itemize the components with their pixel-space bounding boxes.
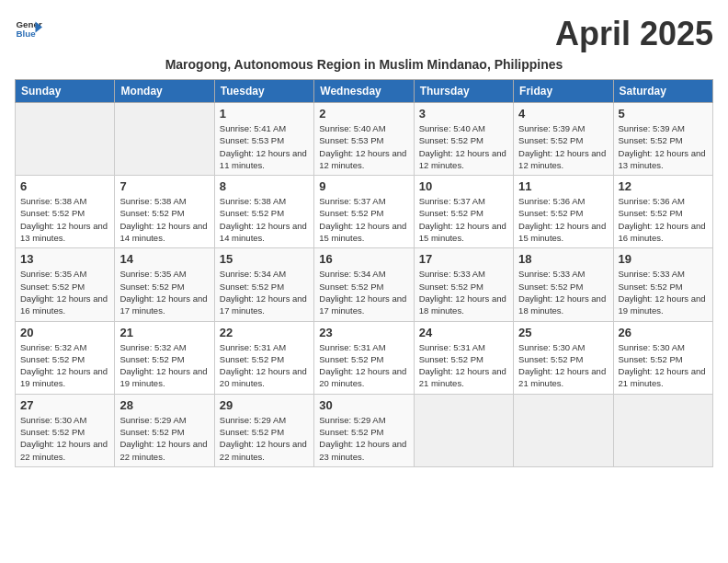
day-info: Sunrise: 5:31 AMSunset: 5:52 PMDaylight:… <box>419 341 508 390</box>
day-info: Sunrise: 5:32 AMSunset: 5:52 PMDaylight:… <box>20 341 109 390</box>
day-info: Sunrise: 5:29 AMSunset: 5:52 PMDaylight:… <box>119 414 209 463</box>
column-header-tuesday: Tuesday <box>214 80 313 103</box>
day-info: Sunrise: 5:31 AMSunset: 5:52 PMDaylight:… <box>220 341 309 390</box>
day-number: 4 <box>518 107 608 121</box>
logo-icon: General Blue <box>15 15 42 42</box>
page-header: General Blue April 2025 <box>15 15 713 53</box>
day-number: 24 <box>419 326 508 339</box>
day-number: 29 <box>220 398 309 412</box>
day-number: 30 <box>319 398 408 412</box>
day-info: Sunrise: 5:37 AMSunset: 5:52 PMDaylight:… <box>419 195 508 244</box>
calendar-cell <box>414 394 513 466</box>
day-info: Sunrise: 5:39 AMSunset: 5:52 PMDaylight:… <box>619 122 708 171</box>
calendar-cell: 1Sunrise: 5:41 AMSunset: 5:53 PMDaylight… <box>214 103 313 176</box>
column-header-sunday: Sunday <box>16 80 115 103</box>
calendar-cell <box>115 103 214 176</box>
day-number: 19 <box>619 252 708 266</box>
day-number: 20 <box>20 326 109 339</box>
day-info: Sunrise: 5:29 AMSunset: 5:52 PMDaylight:… <box>220 414 309 463</box>
day-info: Sunrise: 5:34 AMSunset: 5:52 PMDaylight:… <box>319 268 408 316</box>
calendar-cell <box>16 103 115 176</box>
day-number: 26 <box>619 326 708 339</box>
calendar-cell: 20Sunrise: 5:32 AMSunset: 5:52 PMDayligh… <box>16 321 115 394</box>
calendar-cell: 3Sunrise: 5:40 AMSunset: 5:52 PMDaylight… <box>414 103 513 176</box>
calendar-week-3: 13Sunrise: 5:35 AMSunset: 5:52 PMDayligh… <box>16 248 713 321</box>
day-number: 17 <box>419 252 508 266</box>
calendar-cell <box>613 394 712 466</box>
calendar-cell: 16Sunrise: 5:34 AMSunset: 5:52 PMDayligh… <box>314 248 414 321</box>
day-info: Sunrise: 5:40 AMSunset: 5:53 PMDaylight:… <box>319 122 408 171</box>
calendar-cell: 22Sunrise: 5:31 AMSunset: 5:52 PMDayligh… <box>214 321 313 394</box>
page-subtitle: Marogong, Autonomous Region in Muslim Mi… <box>15 57 713 72</box>
calendar-cell: 18Sunrise: 5:33 AMSunset: 5:52 PMDayligh… <box>514 248 613 321</box>
day-info: Sunrise: 5:32 AMSunset: 5:52 PMDaylight:… <box>119 341 209 390</box>
day-info: Sunrise: 5:35 AMSunset: 5:52 PMDaylight:… <box>20 268 109 316</box>
day-info: Sunrise: 5:30 AMSunset: 5:52 PMDaylight:… <box>518 341 608 390</box>
day-number: 27 <box>20 398 109 412</box>
calendar-cell: 30Sunrise: 5:29 AMSunset: 5:52 PMDayligh… <box>314 394 414 466</box>
calendar-cell: 2Sunrise: 5:40 AMSunset: 5:53 PMDaylight… <box>314 103 414 176</box>
day-number: 6 <box>20 179 109 193</box>
calendar-cell: 26Sunrise: 5:30 AMSunset: 5:52 PMDayligh… <box>613 321 712 394</box>
calendar-cell: 10Sunrise: 5:37 AMSunset: 5:52 PMDayligh… <box>414 176 513 248</box>
svg-text:Blue: Blue <box>17 29 37 39</box>
calendar-cell: 6Sunrise: 5:38 AMSunset: 5:52 PMDaylight… <box>16 176 115 248</box>
calendar-week-4: 20Sunrise: 5:32 AMSunset: 5:52 PMDayligh… <box>16 321 713 394</box>
day-info: Sunrise: 5:36 AMSunset: 5:52 PMDaylight:… <box>619 195 708 244</box>
calendar-cell: 12Sunrise: 5:36 AMSunset: 5:52 PMDayligh… <box>613 176 712 248</box>
day-number: 3 <box>419 107 508 121</box>
day-number: 18 <box>518 252 608 266</box>
page-title: April 2025 <box>555 15 713 53</box>
calendar-cell: 28Sunrise: 5:29 AMSunset: 5:52 PMDayligh… <box>115 394 214 466</box>
day-info: Sunrise: 5:35 AMSunset: 5:52 PMDaylight:… <box>119 268 209 316</box>
day-number: 28 <box>119 398 209 412</box>
day-info: Sunrise: 5:38 AMSunset: 5:52 PMDaylight:… <box>119 195 209 244</box>
day-number: 14 <box>119 252 209 266</box>
day-number: 13 <box>20 252 109 266</box>
day-number: 11 <box>518 179 608 193</box>
day-info: Sunrise: 5:34 AMSunset: 5:52 PMDaylight:… <box>220 268 309 316</box>
day-info: Sunrise: 5:39 AMSunset: 5:52 PMDaylight:… <box>518 122 608 171</box>
day-number: 5 <box>619 107 708 121</box>
day-info: Sunrise: 5:31 AMSunset: 5:52 PMDaylight:… <box>319 341 408 390</box>
calendar-cell <box>514 394 613 466</box>
calendar-cell: 13Sunrise: 5:35 AMSunset: 5:52 PMDayligh… <box>16 248 115 321</box>
calendar-cell: 5Sunrise: 5:39 AMSunset: 5:52 PMDaylight… <box>613 103 712 176</box>
column-header-saturday: Saturday <box>613 80 712 103</box>
day-number: 15 <box>220 252 309 266</box>
calendar-cell: 23Sunrise: 5:31 AMSunset: 5:52 PMDayligh… <box>314 321 414 394</box>
day-number: 2 <box>319 107 408 121</box>
day-number: 10 <box>419 179 508 193</box>
day-info: Sunrise: 5:33 AMSunset: 5:52 PMDaylight:… <box>419 268 508 316</box>
day-number: 12 <box>619 179 708 193</box>
day-number: 25 <box>518 326 608 339</box>
calendar-cell: 29Sunrise: 5:29 AMSunset: 5:52 PMDayligh… <box>214 394 313 466</box>
calendar-week-5: 27Sunrise: 5:30 AMSunset: 5:52 PMDayligh… <box>16 394 713 466</box>
calendar-week-1: 1Sunrise: 5:41 AMSunset: 5:53 PMDaylight… <box>16 103 713 176</box>
day-info: Sunrise: 5:33 AMSunset: 5:52 PMDaylight:… <box>619 268 708 316</box>
day-info: Sunrise: 5:40 AMSunset: 5:52 PMDaylight:… <box>419 122 508 171</box>
calendar-table: SundayMondayTuesdayWednesdayThursdayFrid… <box>15 79 713 467</box>
day-info: Sunrise: 5:36 AMSunset: 5:52 PMDaylight:… <box>518 195 608 244</box>
calendar-header-row: SundayMondayTuesdayWednesdayThursdayFrid… <box>16 80 713 103</box>
day-info: Sunrise: 5:30 AMSunset: 5:52 PMDaylight:… <box>619 341 708 390</box>
day-number: 21 <box>119 326 209 339</box>
calendar-body: 1Sunrise: 5:41 AMSunset: 5:53 PMDaylight… <box>16 103 713 467</box>
calendar-cell: 9Sunrise: 5:37 AMSunset: 5:52 PMDaylight… <box>314 176 414 248</box>
day-number: 8 <box>220 179 309 193</box>
calendar-cell: 14Sunrise: 5:35 AMSunset: 5:52 PMDayligh… <box>115 248 214 321</box>
column-header-thursday: Thursday <box>414 80 513 103</box>
day-info: Sunrise: 5:33 AMSunset: 5:52 PMDaylight:… <box>518 268 608 316</box>
calendar-cell: 17Sunrise: 5:33 AMSunset: 5:52 PMDayligh… <box>414 248 513 321</box>
calendar-cell: 27Sunrise: 5:30 AMSunset: 5:52 PMDayligh… <box>16 394 115 466</box>
day-info: Sunrise: 5:29 AMSunset: 5:52 PMDaylight:… <box>319 414 408 463</box>
calendar-cell: 15Sunrise: 5:34 AMSunset: 5:52 PMDayligh… <box>214 248 313 321</box>
calendar-cell: 19Sunrise: 5:33 AMSunset: 5:52 PMDayligh… <box>613 248 712 321</box>
day-number: 7 <box>119 179 209 193</box>
day-number: 9 <box>319 179 408 193</box>
day-info: Sunrise: 5:38 AMSunset: 5:52 PMDaylight:… <box>220 195 309 244</box>
calendar-cell: 25Sunrise: 5:30 AMSunset: 5:52 PMDayligh… <box>514 321 613 394</box>
calendar-cell: 21Sunrise: 5:32 AMSunset: 5:52 PMDayligh… <box>115 321 214 394</box>
logo: General Blue <box>15 15 42 42</box>
calendar-cell: 7Sunrise: 5:38 AMSunset: 5:52 PMDaylight… <box>115 176 214 248</box>
